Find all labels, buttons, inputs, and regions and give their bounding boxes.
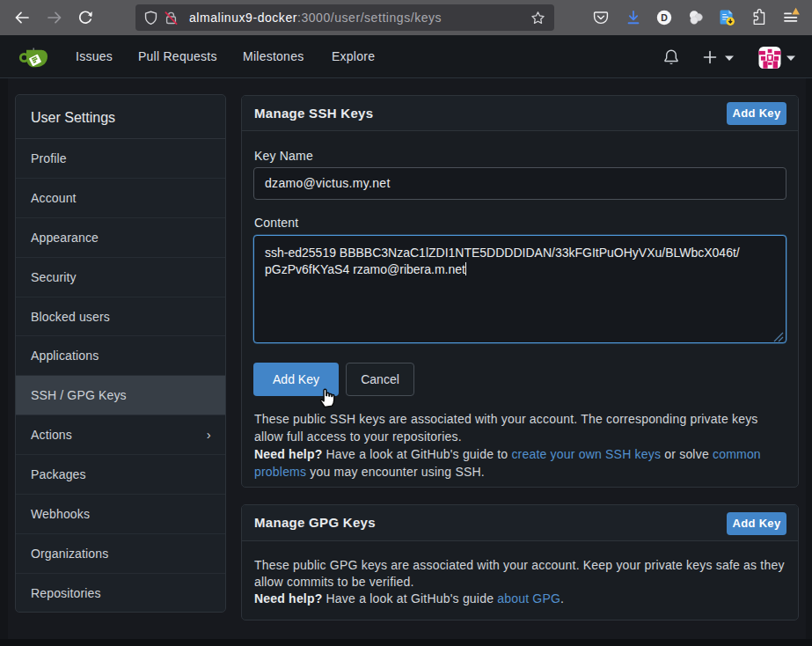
svg-text:D: D	[661, 12, 668, 23]
